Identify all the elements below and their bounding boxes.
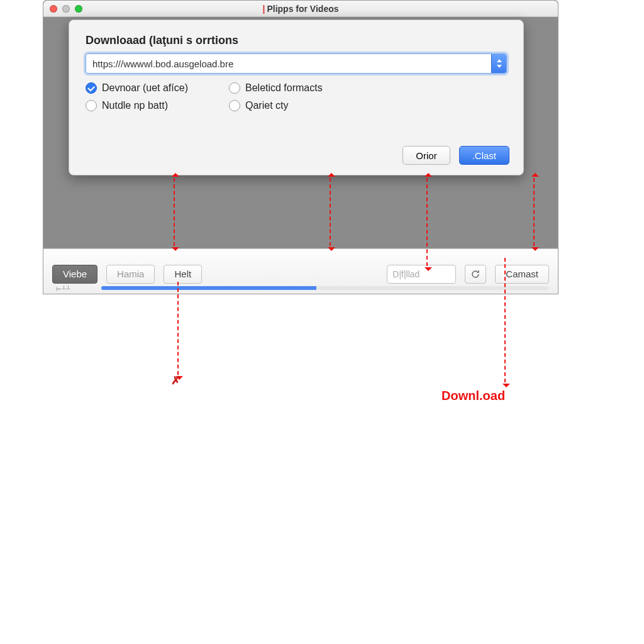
toolbar-camast-button[interactable]: Camast (495, 265, 549, 284)
option-3[interactable]: Nutdle np batt) (86, 100, 218, 111)
progress-fill (101, 286, 316, 290)
cancel-button[interactable]: Orior (402, 146, 450, 165)
annotation-arrow-down (177, 282, 179, 375)
toolbar-view-button[interactable]: Viebe (52, 265, 97, 284)
ok-button[interactable]: .Clast (459, 146, 509, 165)
radio-icon (86, 100, 97, 111)
toolbar-hamia-button[interactable]: Hamia (106, 265, 155, 284)
url-input[interactable] (86, 53, 507, 74)
radio-icon (229, 100, 240, 111)
toolbar-helt-button[interactable]: Helt (164, 265, 202, 284)
refresh-icon[interactable] (465, 265, 486, 284)
titlebar: |Plipps for Videos (43, 1, 558, 17)
ruler-icon: ⊢┴┴ (56, 286, 70, 292)
radio-icon (229, 82, 240, 94)
annotation-download-label: Downl.oad (441, 389, 505, 403)
window-title: |Plipps for Videos (43, 4, 558, 14)
sheet-heading: Downloaad (laţuni s orrtions (86, 34, 507, 47)
url-dropdown-button[interactable] (491, 54, 506, 73)
radio-checked-icon (86, 82, 97, 94)
bottom-toolbar: Viebe Hamia Helt D|f|llad Camast ⊢┴┴ (43, 248, 558, 294)
annotation-x-icon: ✗ (171, 374, 180, 387)
app-window: |Plipps for Videos Downloaad (laţuni s o… (43, 0, 558, 294)
search-input[interactable]: D|f|llad (387, 265, 456, 284)
option-2[interactable]: Beleticd formacts (229, 82, 361, 94)
download-options-sheet: Downloaad (laţuni s orrtions Devnoar (ue… (69, 19, 524, 175)
option-4[interactable]: Qariet cty (229, 100, 361, 111)
option-1[interactable]: Devnoar (uet afíce) (86, 82, 218, 94)
progress-bar (101, 286, 549, 290)
